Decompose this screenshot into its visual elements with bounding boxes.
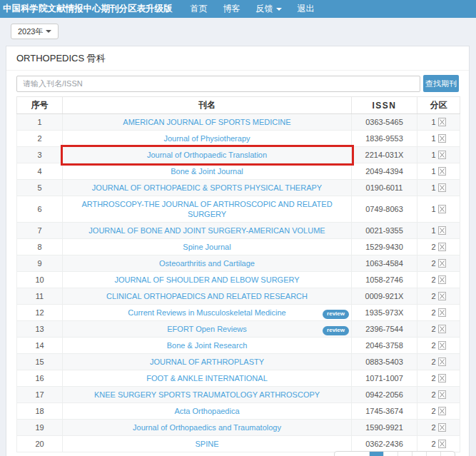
journal-link[interactable]: EFORT Open Reviews: [167, 325, 246, 333]
page-button[interactable]: 3: [397, 452, 412, 456]
broken-image-icon: [438, 407, 446, 415]
journal-link[interactable]: Acta Orthopaedica: [174, 407, 239, 415]
journal-link[interactable]: Spine Journal: [183, 243, 231, 251]
partition-number: 1: [431, 167, 435, 176]
table-header-row: 序号 刊名 ISSN 分区: [17, 97, 460, 114]
journal-link[interactable]: Bone & Joint Journal: [171, 167, 243, 176]
row-index: 10: [17, 272, 63, 288]
broken-image-icon: [438, 151, 446, 159]
nav-item-feedback-label: 反馈: [256, 3, 273, 15]
journal-partition: 1: [417, 131, 460, 147]
partition-number: 2: [431, 407, 435, 415]
broken-image-icon: [438, 134, 446, 143]
journal-name-cell: JOURNAL OF SHOULDER AND ELBOW SURGERY: [63, 272, 352, 288]
journal-issn: 0021-9355: [352, 223, 417, 239]
journal-link[interactable]: Journal of Orthopaedic Translation: [147, 151, 267, 159]
partition-number: 1: [431, 205, 435, 213]
journal-issn: 0942-2056: [352, 387, 417, 403]
journal-name-cell-highlighted: Journal of Orthopaedic Translation: [63, 147, 352, 163]
page-button[interactable]: «: [335, 452, 369, 456]
journal-issn: 2396-7544: [352, 321, 417, 338]
row-index: 15: [17, 354, 63, 370]
table-row: 17KNEE SURGERY SPORTS TRAUMATOLOGY ARTHR…: [17, 387, 460, 403]
journal-link[interactable]: Journal of Physiotherapy: [163, 134, 250, 143]
broken-image-icon: [438, 292, 446, 300]
table-row: 10JOURNAL OF SHOULDER AND ELBOW SURGERY1…: [17, 272, 460, 288]
nav-item-blog[interactable]: 博客: [223, 3, 240, 15]
row-index: 18: [17, 403, 63, 420]
journal-link[interactable]: JOURNAL OF SHOULDER AND ELBOW SURGERY: [114, 275, 299, 284]
row-index: 1: [17, 114, 63, 131]
journal-issn: 2214-031X: [352, 147, 417, 163]
nav-item-feedback[interactable]: 反馈: [256, 3, 282, 15]
journal-issn: 1745-3674: [352, 403, 417, 420]
table-row: 7JOURNAL OF BONE AND JOINT SURGERY-AMERI…: [17, 223, 460, 239]
navbar-brand[interactable]: 中国科学院文献情报中心期刊分区表升级版: [3, 3, 173, 15]
journal-link[interactable]: JOURNAL OF ORTHOPAEDIC & SPORTS PHYSICAL…: [92, 183, 322, 192]
row-index: 14: [17, 338, 63, 354]
journal-category-panel: ORTHOPEDICS 骨科 查找期刊 序号 刊名 ISSN 分区 1AMERI…: [6, 46, 470, 456]
journal-partition: 2: [417, 255, 460, 272]
page-button[interactable]: 4: [412, 452, 426, 456]
partition-number: 2: [431, 292, 435, 300]
partition-number: 1: [431, 226, 435, 235]
year-dropdown-button[interactable]: 2023年: [11, 24, 59, 39]
partition-number: 2: [431, 243, 435, 251]
row-index: 20: [17, 436, 63, 452]
broken-image-icon: [438, 390, 446, 399]
journal-partition: 1: [417, 147, 460, 163]
search-input[interactable]: [16, 76, 420, 92]
search-journal-button[interactable]: 查找期刊: [423, 75, 459, 92]
journal-link[interactable]: ARTHROSCOPY-THE JOURNAL OF ARTHROSCOPIC …: [81, 200, 332, 218]
row-index: 12: [17, 305, 63, 321]
journal-link[interactable]: JOURNAL OF BONE AND JOINT SURGERY-AMERIC…: [88, 226, 325, 235]
pagination: «12345»: [334, 451, 455, 456]
journal-link[interactable]: Journal of Orthopaedics and Traumatology: [133, 423, 281, 432]
journal-issn: 1836-9553: [352, 131, 417, 147]
journal-partition: 2: [417, 370, 460, 387]
journal-issn: 0190-6011: [352, 180, 417, 196]
journal-link[interactable]: AMERICAN JOURNAL OF SPORTS MEDICINE: [123, 118, 290, 126]
journal-link[interactable]: CLINICAL ORTHOPAEDICS AND RELATED RESEAR…: [106, 292, 308, 300]
year-dropdown-label: 2023年: [18, 26, 43, 37]
table-row: 16FOOT & ANKLE INTERNATIONAL1071-10072: [17, 370, 460, 387]
journal-partition: 2: [417, 354, 460, 370]
journal-issn: 1935-973X: [352, 305, 417, 321]
table-row: 18Acta Orthopaedica1745-36742: [17, 403, 460, 420]
journal-link[interactable]: JOURNAL OF ARTHROPLASTY: [150, 358, 264, 366]
journal-partition: 2: [417, 387, 460, 403]
journal-link[interactable]: Current Reviews in Musculoskeletal Medic…: [128, 308, 285, 317]
review-badge: review: [323, 326, 349, 335]
journal-partition: 2: [417, 403, 460, 420]
journal-link[interactable]: KNEE SURGERY SPORTS TRAUMATOLOGY ARTHROS…: [94, 390, 320, 399]
journal-partition: 1: [417, 163, 460, 180]
journal-link[interactable]: SPINE: [195, 440, 218, 448]
row-index: 4: [17, 163, 63, 180]
broken-image-icon: [438, 205, 446, 213]
journal-issn: 2046-3758: [352, 338, 417, 354]
journal-name-cell: EFORT Open Reviewsreview: [63, 321, 352, 338]
nav-item-home[interactable]: 首页: [191, 3, 208, 15]
broken-image-icon: [438, 226, 446, 235]
page-button[interactable]: »: [440, 452, 455, 456]
page-button[interactable]: 5: [426, 452, 440, 456]
row-index: 17: [17, 387, 63, 403]
journal-link[interactable]: Bone & Joint Research: [167, 341, 248, 350]
journal-issn: 0362-2436: [352, 436, 417, 452]
partition-number: 2: [431, 390, 435, 399]
table-row: 5JOURNAL OF ORTHOPAEDIC & SPORTS PHYSICA…: [17, 180, 460, 196]
table-row: 6ARTHROSCOPY-THE JOURNAL OF ARTHROSCOPIC…: [17, 196, 460, 223]
journal-name-cell: Spine Journal: [63, 239, 352, 255]
table-row: 19Journal of Orthopaedics and Traumatolo…: [17, 420, 460, 436]
row-index: 19: [17, 420, 63, 436]
broken-image-icon: [438, 341, 446, 350]
table-row: 11CLINICAL ORTHOPAEDICS AND RELATED RESE…: [17, 288, 460, 305]
table-row: 1AMERICAN JOURNAL OF SPORTS MEDICINE0363…: [17, 114, 460, 131]
journal-link[interactable]: FOOT & ANKLE INTERNATIONAL: [146, 374, 268, 382]
journal-link[interactable]: Osteoarthritis and Cartilage: [159, 259, 255, 268]
page-button-active[interactable]: 1: [369, 452, 383, 456]
nav-item-logout[interactable]: 退出: [298, 3, 315, 15]
journal-partition: 2: [417, 288, 460, 305]
page-button[interactable]: 2: [383, 452, 397, 456]
table-row: 9Osteoarthritis and Cartilage1063-45842: [17, 255, 460, 272]
